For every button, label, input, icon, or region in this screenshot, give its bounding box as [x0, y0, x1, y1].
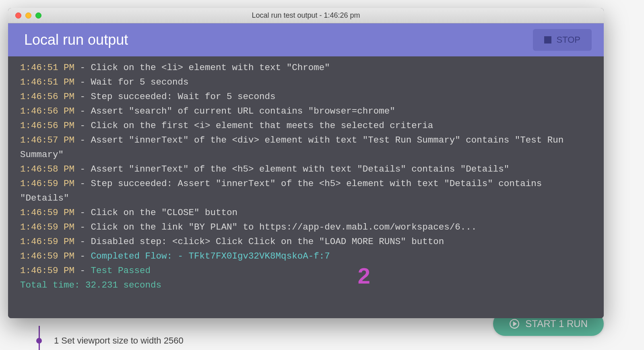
log-separator: - [74, 251, 91, 261]
log-timestamp: 1:46:51 PM [20, 77, 74, 87]
play-circle-icon [509, 319, 520, 329]
log-message: Test Passed [91, 265, 151, 276]
console-output[interactable]: 1:46:51 PM - Click on the <li> element w… [8, 56, 604, 318]
minimize-window-icon[interactable] [25, 12, 31, 19]
log-separator: - [74, 91, 91, 102]
log-message: Assert "innerText" of the <div> element … [20, 135, 569, 160]
log-message: Disabled step: <click> Click Click on th… [91, 236, 444, 247]
log-message: Click on the "CLOSE" button [91, 207, 238, 218]
maximize-window-icon[interactable] [35, 12, 41, 19]
log-separator: - [74, 222, 91, 232]
log-line: 1:46:59 PM - Step succeeded: Assert "inn… [20, 176, 592, 205]
log-message: Click on the first <i> element that meet… [91, 120, 433, 131]
log-separator: - [74, 77, 91, 87]
log-message: Click on the link "BY PLAN" to https://a… [91, 222, 477, 232]
log-separator: - [74, 178, 91, 189]
log-timestamp: 1:46:58 PM [20, 164, 74, 174]
log-line: 1:46:56 PM - Assert "search" of current … [20, 104, 592, 118]
total-time-line: Total time: 32.231 seconds [20, 278, 592, 292]
log-timestamp: 1:46:56 PM [20, 91, 74, 102]
output-window: Local run test output - 1:46:26 pm Local… [8, 8, 604, 318]
log-separator: - [74, 135, 91, 145]
log-line: 1:46:51 PM - Click on the <li> element w… [20, 60, 592, 75]
log-separator: - [74, 265, 91, 276]
log-line: 1:46:59 PM - Test Passed [20, 263, 592, 278]
log-timestamp: 1:46:59 PM [20, 265, 74, 276]
log-message: Step succeeded: Assert "innerText" of th… [20, 178, 547, 203]
window-titlebar[interactable]: Local run test output - 1:46:26 pm [8, 8, 604, 23]
log-message: Completed Flow: - TFkt7FX0Igv32VK8MqskoA… [91, 251, 330, 261]
log-line: 1:46:57 PM - Assert "innerText" of the <… [20, 133, 592, 162]
stop-button[interactable]: STOP [533, 29, 592, 51]
log-timestamp: 1:46:56 PM [20, 106, 74, 116]
log-message: Click on the <li> element with text "Chr… [91, 62, 330, 73]
start-run-label: START 1 RUN [525, 318, 588, 329]
stop-button-label: STOP [556, 35, 580, 45]
close-window-icon[interactable] [15, 12, 21, 19]
log-message: Assert "search" of current URL contains … [91, 106, 395, 116]
log-line: 1:46:56 PM - Click on the first <i> elem… [20, 118, 592, 133]
log-separator: - [74, 207, 91, 218]
log-separator: - [74, 62, 91, 73]
log-separator: - [74, 236, 91, 247]
traffic-lights [8, 12, 41, 19]
log-timestamp: 1:46:59 PM [20, 236, 74, 247]
background-step: 1 Set viewport size to width 2560 [36, 336, 184, 346]
log-separator: - [74, 164, 91, 174]
log-line: 1:46:59 PM - Disabled step: <click> Clic… [20, 234, 592, 249]
log-line: 1:46:51 PM - Wait for 5 seconds [20, 75, 592, 89]
log-lines: 1:46:51 PM - Click on the <li> element w… [20, 60, 592, 278]
log-message: Step succeeded: Wait for 5 seconds [91, 91, 276, 102]
log-timestamp: 1:46:51 PM [20, 62, 74, 73]
log-timestamp: 1:46:57 PM [20, 135, 74, 145]
stop-icon [544, 36, 551, 43]
log-timestamp: 1:46:59 PM [20, 251, 74, 261]
log-separator: - [74, 106, 91, 116]
log-separator: - [74, 120, 91, 131]
page-title: Local run output [24, 31, 128, 48]
svg-marker-1 [514, 322, 516, 326]
log-line: 1:46:59 PM - Click on the link "BY PLAN"… [20, 220, 592, 234]
header-bar: Local run output STOP [8, 23, 604, 56]
log-timestamp: 1:46:59 PM [20, 178, 74, 189]
log-timestamp: 1:46:56 PM [20, 120, 74, 131]
log-message: Wait for 5 seconds [91, 77, 189, 87]
log-line: 1:46:59 PM - Completed Flow: - TFkt7FX0I… [20, 249, 592, 263]
step-text: 1 Set viewport size to width 2560 [54, 336, 184, 346]
annotation-number: 2 [358, 258, 370, 294]
log-timestamp: 1:46:59 PM [20, 222, 74, 232]
log-line: 1:46:59 PM - Click on the "CLOSE" button [20, 205, 592, 220]
log-timestamp: 1:46:59 PM [20, 207, 74, 218]
log-line: 1:46:58 PM - Assert "innerText" of the <… [20, 162, 592, 176]
log-message: Assert "innerText" of the <h5> element w… [91, 164, 510, 174]
log-line: 1:46:56 PM - Step succeeded: Wait for 5 … [20, 89, 592, 104]
step-dot-icon [36, 338, 42, 344]
window-title: Local run test output - 1:46:26 pm [8, 11, 604, 20]
